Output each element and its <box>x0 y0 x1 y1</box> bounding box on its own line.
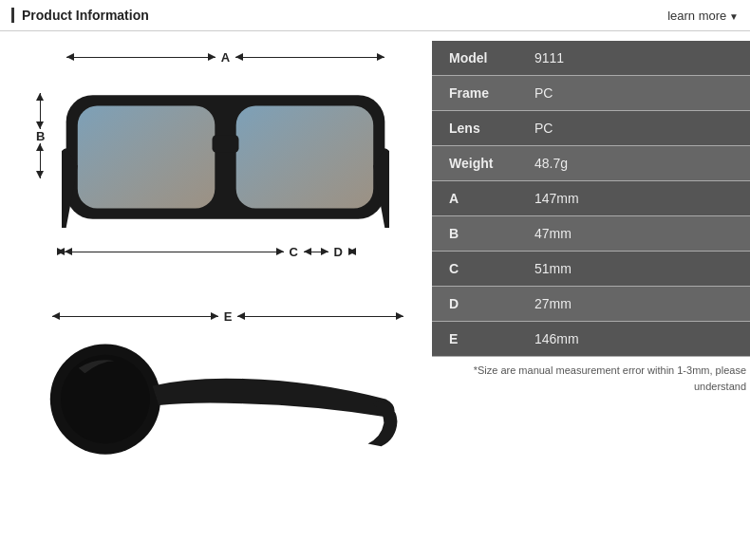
spec-label: Frame <box>432 76 517 111</box>
table-row: A 147mm <box>432 181 750 216</box>
d-arrow-right <box>348 252 356 252</box>
spec-label: A <box>432 181 517 216</box>
table-row: Frame PC <box>432 76 750 111</box>
page-title: Product Information <box>11 8 149 23</box>
d-arrow-line <box>304 252 328 252</box>
spec-label: Model <box>432 41 517 76</box>
e-label: E <box>218 309 238 324</box>
specs-table: Model 9111 Frame PC Lens PC Weight 48.7g… <box>432 41 750 357</box>
measurement-note: *Size are manual measurement error withi… <box>432 357 750 394</box>
spec-label: D <box>432 287 517 322</box>
spec-value: 48.7g <box>517 146 750 181</box>
spec-label: E <box>432 322 517 357</box>
table-row: Model 9111 <box>432 41 750 76</box>
c-label: C <box>284 245 304 259</box>
table-row: D 27mm <box>432 287 750 322</box>
spec-label: Weight <box>432 146 517 181</box>
main-content: A B <box>0 31 750 560</box>
a-arrow-line <box>66 57 216 58</box>
front-view-diagram: A B <box>19 41 413 283</box>
table-row: Weight 48.7g <box>432 146 750 181</box>
table-row: C 51mm <box>432 252 750 287</box>
dimension-c-arrow: C <box>57 245 304 259</box>
spec-value: 146mm <box>517 322 750 357</box>
spec-value: 9111 <box>517 41 750 76</box>
dimension-a-arrow: A <box>66 50 384 65</box>
e-arrow-line-left <box>52 316 218 317</box>
a-label: A <box>216 50 235 65</box>
specs-panel: Model 9111 Frame PC Lens PC Weight 48.7g… <box>432 31 750 560</box>
b-arrow-line <box>40 93 41 129</box>
dimension-e-arrow: E <box>52 309 403 324</box>
spec-label: B <box>432 216 517 252</box>
svg-rect-1 <box>78 105 216 208</box>
b-arrow-line-bottom <box>40 143 41 179</box>
spec-value: 27mm <box>517 287 750 322</box>
table-row: E 146mm <box>432 322 750 357</box>
spec-value: PC <box>517 76 750 111</box>
spec-label: Lens <box>432 111 517 146</box>
spec-value: 51mm <box>517 252 750 287</box>
header: Product Information learn more <box>0 0 750 31</box>
table-row: Lens PC <box>432 111 750 146</box>
diagram-panel: A B <box>0 31 432 560</box>
svg-rect-3 <box>213 135 239 153</box>
d-label: D <box>328 245 348 259</box>
c-arrow-main <box>65 252 284 252</box>
title-text: Product Information <box>22 8 149 23</box>
svg-point-5 <box>61 355 150 444</box>
glasses-side-image <box>47 326 403 473</box>
dimension-b-arrow: B <box>30 93 50 178</box>
side-view-diagram: E <box>19 292 413 482</box>
spec-value: PC <box>517 111 750 146</box>
glasses-front-image <box>62 74 389 240</box>
dimension-cd-arrows: C D <box>57 245 356 259</box>
spec-value: 47mm <box>517 216 750 252</box>
c-arrow-left <box>57 252 65 252</box>
spec-value: 147mm <box>517 181 750 216</box>
svg-rect-2 <box>236 105 374 208</box>
table-row: B 47mm <box>432 216 750 252</box>
spec-label: C <box>432 252 517 287</box>
e-arrow-line-right <box>237 316 403 317</box>
b-label: B <box>30 129 50 143</box>
a-arrow-line-right <box>235 57 384 58</box>
learn-more-link[interactable]: learn more <box>667 9 739 23</box>
dimension-d-arrow: D <box>304 245 356 259</box>
